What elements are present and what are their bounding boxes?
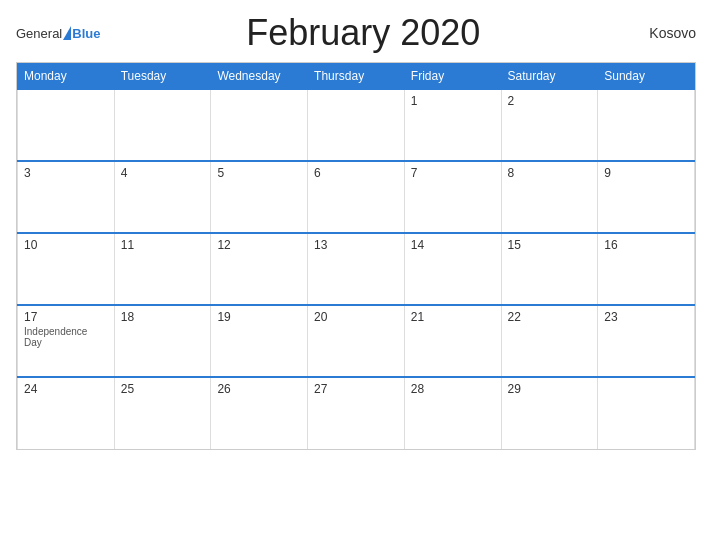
logo-blue-text: Blue — [72, 26, 100, 41]
calendar-cell: 27 — [308, 377, 405, 449]
day-number: 16 — [604, 238, 688, 252]
calendar-cell: 17Independence Day — [18, 305, 115, 377]
calendar-cell: 23 — [598, 305, 695, 377]
calendar-cell: 24 — [18, 377, 115, 449]
day-number: 8 — [508, 166, 592, 180]
calendar-cell: 19 — [211, 305, 308, 377]
col-friday: Friday — [404, 64, 501, 90]
calendar-cell: 2 — [501, 89, 598, 161]
day-number: 10 — [24, 238, 108, 252]
calendar-week-row: 12 — [18, 89, 695, 161]
calendar-cell: 13 — [308, 233, 405, 305]
calendar-cell: 16 — [598, 233, 695, 305]
day-number: 25 — [121, 382, 205, 396]
calendar-cell: 29 — [501, 377, 598, 449]
day-number: 26 — [217, 382, 301, 396]
calendar-wrapper: Monday Tuesday Wednesday Thursday Friday… — [16, 62, 696, 450]
day-number: 27 — [314, 382, 398, 396]
calendar-cell: 3 — [18, 161, 115, 233]
calendar-week-row: 10111213141516 — [18, 233, 695, 305]
day-number: 19 — [217, 310, 301, 324]
day-number: 12 — [217, 238, 301, 252]
day-number: 22 — [508, 310, 592, 324]
calendar-cell — [308, 89, 405, 161]
day-number: 29 — [508, 382, 592, 396]
calendar-header-row: Monday Tuesday Wednesday Thursday Friday… — [18, 64, 695, 90]
day-number: 6 — [314, 166, 398, 180]
country-label: Kosovo — [626, 25, 696, 41]
col-saturday: Saturday — [501, 64, 598, 90]
calendar-cell — [211, 89, 308, 161]
calendar-cell — [598, 89, 695, 161]
calendar-cell: 15 — [501, 233, 598, 305]
col-thursday: Thursday — [308, 64, 405, 90]
logo-triangle-icon — [63, 26, 71, 40]
calendar-table: Monday Tuesday Wednesday Thursday Friday… — [17, 63, 695, 449]
day-number: 1 — [411, 94, 495, 108]
calendar-cell: 25 — [114, 377, 211, 449]
calendar-cell: 21 — [404, 305, 501, 377]
calendar-cell: 28 — [404, 377, 501, 449]
day-number: 15 — [508, 238, 592, 252]
calendar-title: February 2020 — [100, 12, 626, 54]
calendar-page: General Blue February 2020 Kosovo Monday… — [0, 0, 712, 550]
calendar-cell: 7 — [404, 161, 501, 233]
day-number: 13 — [314, 238, 398, 252]
day-number: 5 — [217, 166, 301, 180]
calendar-cell: 6 — [308, 161, 405, 233]
calendar-week-row: 17Independence Day181920212223 — [18, 305, 695, 377]
day-number: 24 — [24, 382, 108, 396]
calendar-week-row: 242526272829 — [18, 377, 695, 449]
calendar-cell: 5 — [211, 161, 308, 233]
day-number: 3 — [24, 166, 108, 180]
calendar-cell: 18 — [114, 305, 211, 377]
col-sunday: Sunday — [598, 64, 695, 90]
calendar-cell: 11 — [114, 233, 211, 305]
calendar-cell: 14 — [404, 233, 501, 305]
day-number: 23 — [604, 310, 688, 324]
calendar-cell: 20 — [308, 305, 405, 377]
calendar-header: General Blue February 2020 Kosovo — [16, 12, 696, 54]
col-monday: Monday — [18, 64, 115, 90]
day-number: 17 — [24, 310, 108, 324]
calendar-cell: 8 — [501, 161, 598, 233]
day-number: 7 — [411, 166, 495, 180]
calendar-cell: 22 — [501, 305, 598, 377]
calendar-cell: 4 — [114, 161, 211, 233]
calendar-cell — [18, 89, 115, 161]
calendar-week-row: 3456789 — [18, 161, 695, 233]
day-number: 18 — [121, 310, 205, 324]
day-number: 21 — [411, 310, 495, 324]
calendar-cell: 1 — [404, 89, 501, 161]
logo-general-text: General — [16, 26, 62, 41]
col-wednesday: Wednesday — [211, 64, 308, 90]
calendar-cell: 10 — [18, 233, 115, 305]
day-number: 2 — [508, 94, 592, 108]
day-number: 4 — [121, 166, 205, 180]
day-event: Independence Day — [24, 326, 108, 348]
calendar-cell: 12 — [211, 233, 308, 305]
day-number: 9 — [604, 166, 688, 180]
logo: General Blue — [16, 26, 100, 41]
calendar-cell — [598, 377, 695, 449]
day-number: 14 — [411, 238, 495, 252]
day-number: 20 — [314, 310, 398, 324]
calendar-cell — [114, 89, 211, 161]
col-tuesday: Tuesday — [114, 64, 211, 90]
day-number: 28 — [411, 382, 495, 396]
day-number: 11 — [121, 238, 205, 252]
calendar-cell: 9 — [598, 161, 695, 233]
calendar-cell: 26 — [211, 377, 308, 449]
